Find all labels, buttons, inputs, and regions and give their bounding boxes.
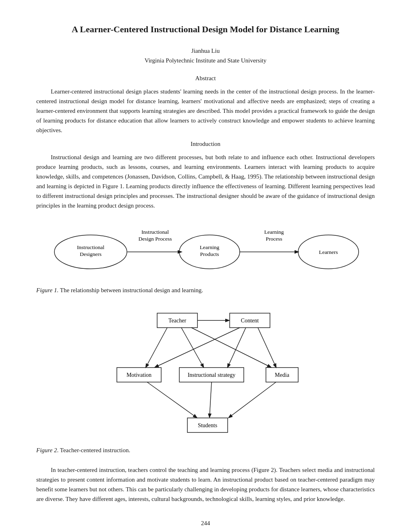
lproc-label2: Process	[266, 236, 282, 242]
svg-line-12	[146, 328, 167, 367]
lp-label2: Products	[200, 251, 219, 257]
svg-line-19	[210, 382, 212, 417]
lproc-label1: Learning	[264, 229, 284, 235]
page-number: 244	[36, 520, 375, 527]
figure2-caption-label: Figure 2	[36, 447, 57, 453]
figure2-container: Teacher Content Motivation Instructional…	[36, 305, 375, 454]
abstract-text: Learner-centered instructional design pl…	[36, 87, 375, 135]
svg-line-13	[181, 328, 203, 367]
id-label2: Designers	[80, 251, 102, 257]
svg-line-20	[229, 382, 276, 418]
figure2-caption: Figure 2. Teacher-centered instruction.	[36, 447, 375, 454]
svg-line-18	[147, 382, 197, 418]
figure1-caption-label: Figure 1.	[36, 287, 58, 293]
students-label: Students	[198, 422, 217, 428]
id-label: Instructional	[77, 244, 104, 250]
svg-line-17	[258, 328, 276, 367]
idp-label2: Design Process	[139, 236, 172, 242]
institution-name: Virginia Polytechnic Institute and State…	[36, 56, 375, 65]
media-label: Media	[275, 372, 290, 378]
content-label: Content	[241, 318, 259, 324]
body-paragraph: In teacher-centered instruction, teacher…	[36, 465, 375, 504]
lp-label1: Learning	[200, 244, 220, 250]
figure1-container: Instructional Designers Instructional De…	[36, 222, 375, 294]
intro-heading: Introduction	[36, 141, 375, 148]
figure1-caption: Figure 1. The relationship between instr…	[36, 287, 375, 294]
motivation-label: Motivation	[127, 372, 152, 378]
author-block: Jianhua Liu Virginia Polytechnic Institu…	[36, 46, 375, 65]
figure2-caption-text: . Teacher-centered instruction.	[57, 447, 131, 453]
svg-line-16	[228, 328, 246, 367]
svg-line-15	[155, 328, 240, 367]
figure2-diagram: Teacher Content Motivation Instructional…	[85, 305, 326, 442]
learners-label: Learners	[319, 249, 338, 255]
page-title: A Learner-Centered Instructional Design …	[36, 24, 375, 35]
inst-strategy-label: Instructional strategy	[188, 372, 236, 378]
author-name: Jianhua Liu	[36, 46, 375, 56]
intro-paragraph: Instructional design and learning are tw…	[36, 152, 375, 210]
idp-label1: Instructional	[141, 229, 169, 235]
abstract-heading: Abstract	[36, 75, 375, 82]
teacher-label: Teacher	[168, 318, 186, 324]
svg-line-14	[191, 328, 271, 367]
figure1-diagram: Instructional Designers Instructional De…	[48, 222, 363, 282]
figure1-caption-text: The relationship between instructional d…	[58, 287, 203, 293]
